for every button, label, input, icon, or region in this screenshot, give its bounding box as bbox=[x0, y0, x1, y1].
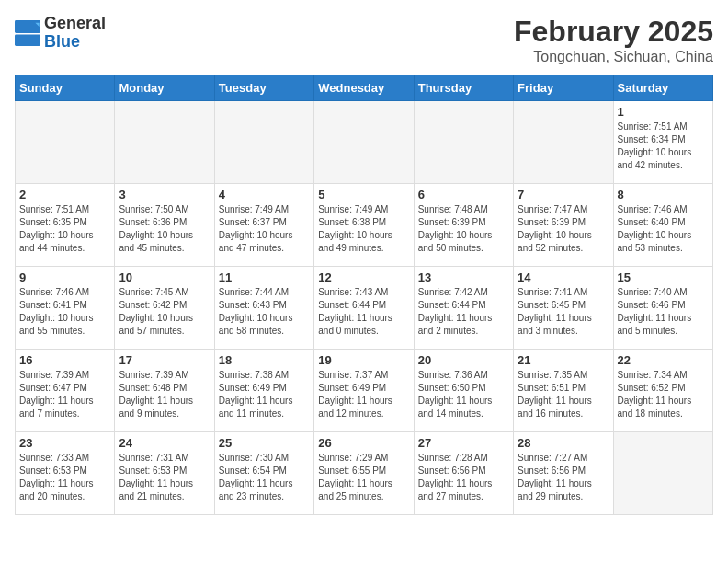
calendar-cell: 5Sunrise: 7:49 AM Sunset: 6:38 PM Daylig… bbox=[314, 184, 414, 267]
calendar-cell: 7Sunrise: 7:47 AM Sunset: 6:39 PM Daylig… bbox=[514, 184, 613, 267]
day-number: 2 bbox=[19, 188, 110, 201]
day-header-monday: Monday bbox=[115, 75, 214, 101]
day-number: 23 bbox=[19, 436, 110, 450]
day-info: Sunrise: 7:47 AM Sunset: 6:39 PM Dayligh… bbox=[518, 203, 609, 255]
calendar-cell: 17Sunrise: 7:39 AM Sunset: 6:48 PM Dayli… bbox=[115, 350, 214, 432]
day-header-friday: Friday bbox=[514, 75, 613, 101]
day-info: Sunrise: 7:34 AM Sunset: 6:52 PM Dayligh… bbox=[618, 369, 709, 420]
calendar-cell bbox=[613, 432, 712, 515]
day-info: Sunrise: 7:40 AM Sunset: 6:46 PM Dayligh… bbox=[618, 286, 709, 338]
day-number: 13 bbox=[418, 270, 509, 284]
day-header-wednesday: Wednesday bbox=[314, 75, 414, 101]
day-info: Sunrise: 7:39 AM Sunset: 6:47 PM Dayligh… bbox=[19, 369, 110, 420]
calendar-cell: 18Sunrise: 7:38 AM Sunset: 6:49 PM Dayli… bbox=[214, 350, 313, 432]
calendar-cell: 1Sunrise: 7:51 AM Sunset: 6:34 PM Daylig… bbox=[613, 101, 712, 184]
day-info: Sunrise: 7:45 AM Sunset: 6:42 PM Dayligh… bbox=[119, 286, 210, 338]
day-info: Sunrise: 7:43 AM Sunset: 6:44 PM Dayligh… bbox=[318, 286, 409, 338]
day-number: 1 bbox=[618, 105, 709, 119]
day-info: Sunrise: 7:48 AM Sunset: 6:39 PM Dayligh… bbox=[418, 203, 509, 255]
day-info: Sunrise: 7:35 AM Sunset: 6:51 PM Dayligh… bbox=[518, 369, 609, 420]
calendar-cell: 22Sunrise: 7:34 AM Sunset: 6:52 PM Dayli… bbox=[613, 350, 712, 432]
day-info: Sunrise: 7:27 AM Sunset: 6:56 PM Dayligh… bbox=[518, 452, 609, 503]
day-number: 3 bbox=[119, 188, 210, 201]
day-number: 16 bbox=[19, 353, 110, 367]
day-number: 27 bbox=[418, 436, 509, 450]
calendar-cell bbox=[16, 101, 115, 184]
day-info: Sunrise: 7:30 AM Sunset: 6:54 PM Dayligh… bbox=[219, 452, 310, 503]
calendar-cell: 12Sunrise: 7:43 AM Sunset: 6:44 PM Dayli… bbox=[314, 267, 414, 350]
day-info: Sunrise: 7:46 AM Sunset: 6:40 PM Dayligh… bbox=[618, 203, 709, 255]
week-row-1: 1Sunrise: 7:51 AM Sunset: 6:34 PM Daylig… bbox=[16, 101, 713, 184]
day-number: 25 bbox=[219, 436, 310, 450]
calendar-cell: 10Sunrise: 7:45 AM Sunset: 6:42 PM Dayli… bbox=[115, 267, 214, 350]
week-row-3: 9Sunrise: 7:46 AM Sunset: 6:41 PM Daylig… bbox=[16, 267, 713, 350]
day-info: Sunrise: 7:42 AM Sunset: 6:44 PM Dayligh… bbox=[418, 286, 509, 338]
calendar-cell bbox=[414, 101, 513, 184]
page-header: General Blue February 2025 Tongchuan, Si… bbox=[15, 15, 713, 65]
calendar-cell bbox=[514, 101, 613, 184]
day-number: 6 bbox=[418, 188, 509, 201]
calendar-cell: 26Sunrise: 7:29 AM Sunset: 6:55 PM Dayli… bbox=[314, 432, 414, 515]
svg-rect-1 bbox=[15, 34, 40, 46]
day-info: Sunrise: 7:39 AM Sunset: 6:48 PM Dayligh… bbox=[119, 369, 210, 420]
calendar-cell: 2Sunrise: 7:51 AM Sunset: 6:35 PM Daylig… bbox=[16, 184, 115, 267]
day-info: Sunrise: 7:41 AM Sunset: 6:45 PM Dayligh… bbox=[518, 286, 609, 338]
day-header-thursday: Thursday bbox=[414, 75, 513, 101]
day-header-tuesday: Tuesday bbox=[214, 75, 313, 101]
day-info: Sunrise: 7:51 AM Sunset: 6:35 PM Dayligh… bbox=[19, 203, 110, 255]
day-number: 14 bbox=[518, 270, 609, 284]
svg-rect-0 bbox=[15, 20, 40, 33]
day-number: 7 bbox=[518, 188, 609, 201]
day-number: 28 bbox=[518, 436, 609, 450]
day-number: 17 bbox=[119, 353, 210, 367]
day-info: Sunrise: 7:49 AM Sunset: 6:37 PM Dayligh… bbox=[219, 203, 310, 255]
calendar-cell: 13Sunrise: 7:42 AM Sunset: 6:44 PM Dayli… bbox=[414, 267, 513, 350]
day-number: 19 bbox=[318, 353, 409, 367]
calendar-cell bbox=[214, 101, 313, 184]
calendar-cell: 27Sunrise: 7:28 AM Sunset: 6:56 PM Dayli… bbox=[414, 432, 513, 515]
calendar-cell: 16Sunrise: 7:39 AM Sunset: 6:47 PM Dayli… bbox=[16, 350, 115, 432]
day-header-saturday: Saturday bbox=[613, 75, 712, 101]
day-number: 26 bbox=[318, 436, 409, 450]
day-number: 18 bbox=[219, 353, 310, 367]
day-info: Sunrise: 7:50 AM Sunset: 6:36 PM Dayligh… bbox=[119, 203, 210, 255]
day-number: 11 bbox=[219, 270, 310, 284]
day-number: 20 bbox=[418, 353, 509, 367]
calendar-subtitle: Tongchuan, Sichuan, China bbox=[514, 49, 713, 65]
day-number: 5 bbox=[318, 188, 409, 201]
calendar-cell: 20Sunrise: 7:36 AM Sunset: 6:50 PM Dayli… bbox=[414, 350, 513, 432]
week-row-4: 16Sunrise: 7:39 AM Sunset: 6:47 PM Dayli… bbox=[16, 350, 713, 432]
week-row-2: 2Sunrise: 7:51 AM Sunset: 6:35 PM Daylig… bbox=[16, 184, 713, 267]
calendar-cell: 24Sunrise: 7:31 AM Sunset: 6:53 PM Dayli… bbox=[115, 432, 214, 515]
day-number: 24 bbox=[119, 436, 210, 450]
week-row-5: 23Sunrise: 7:33 AM Sunset: 6:53 PM Dayli… bbox=[16, 432, 713, 515]
day-header-sunday: Sunday bbox=[16, 75, 115, 101]
calendar-cell: 14Sunrise: 7:41 AM Sunset: 6:45 PM Dayli… bbox=[514, 267, 613, 350]
title-block: February 2025 Tongchuan, Sichuan, China bbox=[514, 15, 713, 65]
day-headers-row: SundayMondayTuesdayWednesdayThursdayFrid… bbox=[16, 75, 713, 101]
day-info: Sunrise: 7:29 AM Sunset: 6:55 PM Dayligh… bbox=[318, 452, 409, 503]
day-number: 8 bbox=[618, 188, 709, 201]
day-number: 22 bbox=[618, 353, 709, 367]
logo-icon bbox=[15, 20, 40, 46]
day-number: 15 bbox=[618, 270, 709, 284]
day-info: Sunrise: 7:51 AM Sunset: 6:34 PM Dayligh… bbox=[618, 121, 709, 172]
logo: General Blue bbox=[15, 15, 106, 52]
day-info: Sunrise: 7:28 AM Sunset: 6:56 PM Dayligh… bbox=[418, 452, 509, 503]
day-info: Sunrise: 7:31 AM Sunset: 6:53 PM Dayligh… bbox=[119, 452, 210, 503]
logo-text: General Blue bbox=[44, 15, 106, 52]
day-info: Sunrise: 7:46 AM Sunset: 6:41 PM Dayligh… bbox=[19, 286, 110, 338]
day-info: Sunrise: 7:49 AM Sunset: 6:38 PM Dayligh… bbox=[318, 203, 409, 255]
day-info: Sunrise: 7:44 AM Sunset: 6:43 PM Dayligh… bbox=[219, 286, 310, 338]
day-info: Sunrise: 7:33 AM Sunset: 6:53 PM Dayligh… bbox=[19, 452, 110, 503]
calendar-cell: 11Sunrise: 7:44 AM Sunset: 6:43 PM Dayli… bbox=[214, 267, 313, 350]
calendar-cell: 3Sunrise: 7:50 AM Sunset: 6:36 PM Daylig… bbox=[115, 184, 214, 267]
calendar-cell: 21Sunrise: 7:35 AM Sunset: 6:51 PM Dayli… bbox=[514, 350, 613, 432]
calendar-table: SundayMondayTuesdayWednesdayThursdayFrid… bbox=[15, 75, 713, 515]
day-info: Sunrise: 7:37 AM Sunset: 6:49 PM Dayligh… bbox=[318, 369, 409, 420]
calendar-cell: 9Sunrise: 7:46 AM Sunset: 6:41 PM Daylig… bbox=[16, 267, 115, 350]
calendar-cell: 19Sunrise: 7:37 AM Sunset: 6:49 PM Dayli… bbox=[314, 350, 414, 432]
day-info: Sunrise: 7:36 AM Sunset: 6:50 PM Dayligh… bbox=[418, 369, 509, 420]
calendar-cell: 15Sunrise: 7:40 AM Sunset: 6:46 PM Dayli… bbox=[613, 267, 712, 350]
day-number: 4 bbox=[219, 188, 310, 201]
